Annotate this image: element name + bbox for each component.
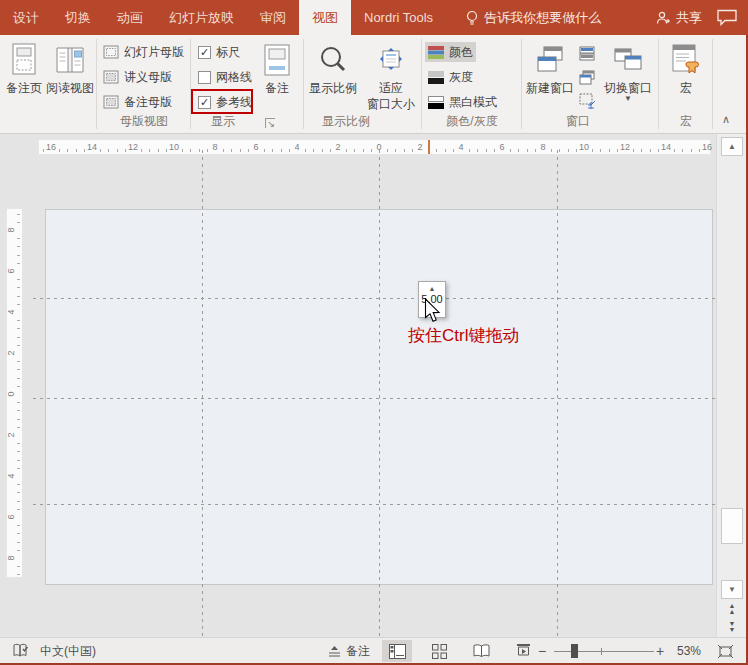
- gridlines-checkbox-row[interactable]: 网格线: [195, 67, 255, 87]
- slide-sorter-view-button[interactable]: [424, 640, 454, 662]
- ruler-number: 10: [168, 142, 180, 152]
- grayscale-label: 灰度: [449, 69, 473, 86]
- scroll-down-button[interactable]: ▼: [721, 580, 743, 599]
- tab-animations[interactable]: 动画: [104, 0, 156, 35]
- guide-horizontal-lower[interactable]: [33, 504, 716, 505]
- notes-page-icon: [9, 41, 39, 79]
- slideshow-view-button[interactable]: [508, 640, 538, 662]
- ruler-number: 4: [455, 142, 467, 152]
- guide-vertical-right[interactable]: [557, 150, 558, 637]
- tab-design[interactable]: 设计: [0, 0, 52, 35]
- ruler-number: 4: [6, 473, 18, 478]
- arrange-all-button[interactable]: [576, 43, 598, 63]
- group-label-window: 窗口: [524, 113, 632, 130]
- guide-horizontal-center[interactable]: [33, 398, 716, 399]
- group-separator: [712, 39, 713, 129]
- cascade-windows-button[interactable]: [576, 67, 598, 87]
- handout-master-button[interactable]: 讲义母版: [100, 67, 175, 87]
- ruler-checkbox-row[interactable]: ✓ 标尺: [195, 42, 243, 62]
- zoom-level[interactable]: 53%: [677, 638, 701, 664]
- guide-vertical-left[interactable]: [202, 150, 203, 637]
- black-white-label: 黑白模式: [449, 94, 497, 111]
- reading-view-button[interactable]: 阅读视图: [46, 41, 94, 95]
- new-window-button[interactable]: 新建窗口: [524, 41, 576, 95]
- ruler-number: 14: [660, 142, 672, 152]
- group-separator: [96, 39, 97, 129]
- notes-toggle-button[interactable]: 备注: [328, 638, 370, 664]
- move-split-button[interactable]: [576, 91, 599, 111]
- group-presentation-views: 备注页 阅读视图: [2, 39, 94, 131]
- notes-page-button[interactable]: 备注页: [2, 41, 46, 95]
- next-slide-button[interactable]: ▼▼: [721, 619, 743, 635]
- guide-horizontal-dragged[interactable]: [33, 298, 716, 299]
- zoom-button[interactable]: 显示比例: [306, 41, 360, 95]
- ribbon: 备注页 阅读视图 幻灯片母版 讲义母版 备注母版: [0, 35, 748, 134]
- slide-master-button[interactable]: 幻灯片母版: [100, 42, 187, 62]
- zoom-in-button[interactable]: +: [656, 638, 664, 664]
- gridlines-checkbox-label: 网格线: [216, 69, 252, 86]
- ribbon-tab-bar: 设计 切换 动画 幻灯片放映 审阅 视图 Nordri Tools 告诉我你想要…: [0, 0, 748, 35]
- tell-me-button[interactable]: 告诉我你想要做什么: [456, 0, 611, 35]
- switch-windows-button[interactable]: 切换窗口 ▼: [600, 41, 656, 103]
- horizontal-ruler: 1614121086420246810121416: [38, 139, 711, 155]
- previous-slide-button[interactable]: ▲▲: [721, 601, 743, 617]
- group-separator: [303, 39, 304, 129]
- notes-master-button[interactable]: 备注母版: [100, 92, 175, 112]
- fit-slide-to-window-button[interactable]: [710, 640, 740, 662]
- grayscale-button[interactable]: 灰度: [425, 67, 476, 87]
- mouse-cursor-icon: [424, 298, 441, 323]
- ruler-number: 14: [86, 142, 98, 152]
- tab-view[interactable]: 视图: [299, 0, 351, 35]
- group-separator: [658, 39, 659, 129]
- slide-workspace: 1614121086420246810121416 864202468 ▲ 5.…: [0, 134, 748, 637]
- ruler-number: 12: [619, 142, 631, 152]
- notes-master-icon: [103, 95, 119, 109]
- notes-button[interactable]: 备注: [255, 41, 299, 95]
- slide-master-label: 幻灯片母版: [124, 44, 184, 61]
- language-status[interactable]: 中文(中国): [40, 638, 96, 664]
- zoom-out-button[interactable]: −: [538, 638, 546, 664]
- notes-master-label: 备注母版: [124, 94, 172, 111]
- fit-to-window-icon: [376, 41, 406, 79]
- ruler-position-indicator: [428, 140, 430, 154]
- ruler-number: 8: [6, 555, 18, 560]
- reading-view-icon: [54, 41, 86, 79]
- guide-vertical-center[interactable]: [379, 150, 380, 637]
- share-button[interactable]: 共享: [655, 9, 702, 27]
- fit-to-window-button[interactable]: 适应 窗口大小: [362, 41, 420, 111]
- share-label: 共享: [676, 9, 702, 27]
- comment-bubble-icon[interactable]: [716, 9, 738, 26]
- ruler-number: 6: [6, 268, 18, 273]
- scrollbar-thumb[interactable]: [721, 508, 743, 544]
- tab-transitions[interactable]: 切换: [52, 0, 104, 35]
- notes-page-label: 备注页: [6, 82, 42, 95]
- black-white-button[interactable]: 黑白模式: [425, 92, 500, 112]
- zoom-slider-thumb[interactable]: [571, 644, 578, 658]
- tab-review[interactable]: 审阅: [247, 0, 299, 35]
- tab-nordri-tools[interactable]: Nordri Tools: [351, 0, 446, 35]
- scroll-up-button[interactable]: ▲: [721, 137, 743, 156]
- group-zoom: 显示比例 适应 窗口大小 显示比例: [306, 39, 420, 131]
- group-window: 新建窗口 切换窗口 ▼ 窗口: [524, 39, 658, 131]
- ruler-number: 8: [6, 227, 18, 232]
- ruler-number: 10: [578, 142, 590, 152]
- zoom-slider-track[interactable]: [554, 651, 654, 652]
- group-show: ✓ 标尺 网格线 ✓ 参考线 备注 显示 ↘: [193, 39, 303, 131]
- cascade-windows-icon: [579, 70, 595, 85]
- collapse-ribbon-icon[interactable]: ∧: [722, 113, 730, 126]
- ruler-number: 4: [291, 142, 303, 152]
- dialog-launcher-icon[interactable]: ↘: [265, 118, 275, 128]
- ruler-number: 8: [537, 142, 549, 152]
- ruler-checkbox-label: 标尺: [216, 44, 240, 61]
- tab-slideshow[interactable]: 幻灯片放映: [156, 0, 247, 35]
- spellcheck-button[interactable]: [12, 638, 30, 664]
- checkbox-unchecked-icon: [198, 71, 211, 84]
- reading-view-button-status[interactable]: [466, 640, 496, 662]
- group-macros: 宏 宏: [661, 39, 711, 131]
- color-button[interactable]: 颜色: [425, 42, 476, 62]
- normal-view-button[interactable]: [382, 640, 412, 662]
- arrange-all-icon: [579, 46, 595, 61]
- vertical-scrollbar[interactable]: ▲ ▼ ▲▲ ▼▼: [716, 134, 746, 637]
- guides-highlight-box: [191, 89, 253, 114]
- macros-button[interactable]: 宏: [661, 41, 711, 95]
